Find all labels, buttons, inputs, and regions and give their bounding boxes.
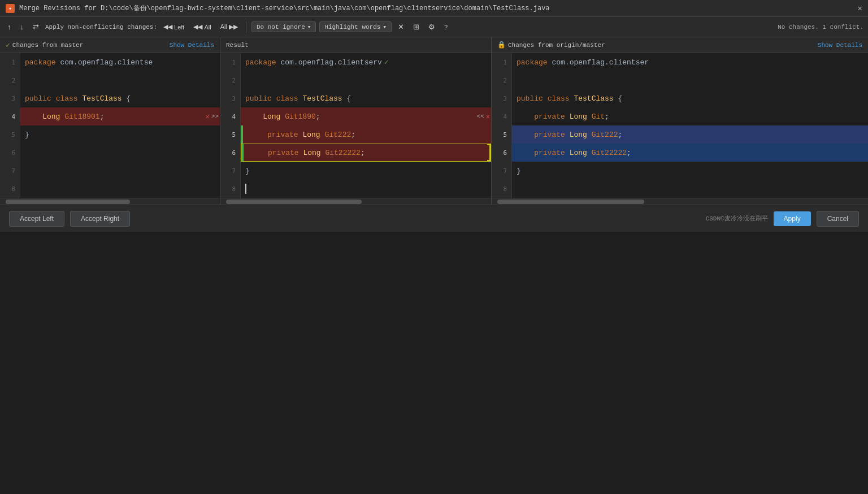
left-linenum-7: 7 [0,162,20,180]
left-code-line-8 [20,180,220,198]
right-linenum-7: 7 [492,162,511,180]
right-linenum-1: 1 [492,53,511,71]
mid-code-line-8 [241,180,491,198]
left-show-details[interactable]: Show Details [170,42,214,49]
reject-left-icon[interactable]: ✕ [206,112,210,121]
cancel-button[interactable]: Cancel [817,211,859,227]
right-code-line-3: public class TestClass { [512,89,868,107]
mid-linenum-2: 2 [220,71,240,89]
right-code-line-8 [512,180,868,198]
right-code-lines: package com.openflag.clientser public cl… [512,53,868,198]
apply-nonconflicting-label: Apply non-conflicting changes: [45,24,157,31]
right-code-line-1: package com.openflag.clientser [512,53,868,71]
left-linenum-4: 4 [0,107,20,125]
separator-1 [246,21,246,33]
left-panel: ✓ Changes from master Show Details 1 2 3… [0,37,220,205]
columns-button[interactable]: ⊞ [410,21,422,32]
left-linenum-6: 6 [0,144,20,162]
right-apply-button[interactable]: All ▶▶ [218,22,241,32]
close-button[interactable]: ✕ [858,3,862,13]
swap-button[interactable]: ⇄ [30,21,42,32]
right-linenum-3: 3 [492,89,511,107]
left-linenum-2: 2 [0,71,20,89]
left-scroll-thumb[interactable] [6,200,130,204]
app-icon: ✦ [6,4,15,13]
settings-button[interactable]: ⚙ [426,21,438,32]
mid-conflict-markers: << ✕ [477,107,490,125]
green-bar-5 [241,125,243,144]
chevron-down-icon: ▾ [307,23,311,31]
title-bar: ✦ Merge Revisions for D:\code\备份\openfla… [0,0,868,17]
right-scrollbar[interactable] [492,198,868,205]
left-branch-label: Changes from master [12,42,83,49]
green-bar-6 [241,144,244,161]
ignore-dropdown[interactable]: Do not ignore ▾ [251,21,316,32]
right-show-details[interactable]: Show Details [818,42,862,49]
left-scrollbar[interactable] [0,198,220,205]
accept-right-button[interactable]: Accept Right [70,211,130,227]
mid-linenum-8: 8 [220,180,240,198]
highlight-dropdown[interactable]: Highlight words ▾ [319,21,392,32]
middle-panel-header: Result [220,37,491,53]
down-arrow-button[interactable]: ↓ [18,21,27,32]
right-arrows-icon: All ▶▶ [220,23,238,31]
mid-check-icon: ✓ [384,58,389,67]
right-linenum-8: 8 [492,180,511,198]
right-panel: 🔒 Changes from origin/master Show Detail… [492,37,868,205]
lock-icon: 🔒 [497,41,506,49]
mid-linenum-4: 4 [220,107,240,125]
bottom-left: Accept Left Accept Right [9,211,130,227]
middle-scroll-thumb[interactable] [226,200,362,204]
mid-accept-right-icon[interactable]: << [477,113,484,120]
csdn-label: CSDN©麦冷冷没在刷平 [706,214,768,223]
right-line-numbers: 1 2 3 4 5 6 7 8 [492,53,512,198]
right-scroll-thumb[interactable] [497,200,644,204]
clear-button[interactable]: ✕ [395,21,407,32]
right-code-line-5: private Long Git222; [512,125,868,144]
mid-linenum-7: 7 [220,162,240,180]
right-code-area: 1 2 3 4 5 6 7 8 package com.openflag.cli… [492,53,868,198]
left-code-line-7 [20,162,220,180]
accept-left-button[interactable]: Accept Left [9,211,64,227]
accept-left-icon[interactable]: >> [211,113,219,120]
left-code-line-1: package com.openflag.clientse [20,53,220,71]
right-code-line-4: private Long Git; [512,107,868,125]
left-panel-header: ✓ Changes from master Show Details [0,37,220,53]
mid-reject-right-icon[interactable]: ✕ [486,112,490,121]
mid-linenum-1: 1 [220,53,240,71]
chevron-down-icon-2: ▾ [383,23,387,31]
bottom-bar: Accept Left Accept Right CSDN©麦冷冷没在刷平 Ap… [0,205,868,232]
middle-panel-label: Result [226,42,249,49]
left-apply-button[interactable]: ◀◀ Left [160,22,187,32]
middle-code-area: 1 2 3 4 5 6 7 8 package com.openflag.cli… [220,53,491,198]
left-linenum-8: 8 [0,180,20,198]
apply-button[interactable]: Apply [774,211,811,226]
left-panel-label: ✓ Changes from master [6,41,83,50]
title-bar-left: ✦ Merge Revisions for D:\code\备份\openfla… [6,3,550,13]
yellow-bracket [487,144,491,161]
status-label: No changes. 1 conflict. [778,24,863,31]
mid-linenum-3: 3 [220,89,240,107]
left-code-line-2 [20,71,220,89]
up-arrow-button[interactable]: ↑ [5,21,14,32]
left-code-line-4: Long Git18901; ✕ >> [20,107,220,125]
left-line-numbers: 1 2 3 4 5 6 7 8 [0,53,20,198]
right-code-line-6: private Long Git22222; [512,144,868,162]
panels-container: ✓ Changes from master Show Details 1 2 3… [0,37,868,205]
right-linenum-4: 4 [492,107,511,125]
all-arrows-icon: ◀◀ [193,23,202,31]
middle-scrollbar[interactable] [220,198,491,205]
right-code-line-7: } [512,162,868,180]
help-button[interactable]: ? [441,23,450,32]
right-linenum-6: 6 [492,144,511,162]
middle-line-numbers: 1 2 3 4 5 6 7 8 [220,53,241,198]
mid-code-line-1: package com.openflag.clientserv ✓ [241,53,491,71]
right-panel-header: 🔒 Changes from origin/master Show Detail… [492,37,868,53]
left-arrows-icon: ◀◀ [163,23,172,31]
left-code-line-6 [20,144,220,162]
right-linenum-5: 5 [492,125,511,144]
toolbar: ↑ ↓ ⇄ Apply non-conflicting changes: ◀◀ … [0,17,868,37]
left-linenum-3: 3 [0,89,20,107]
mid-linenum-5: 5 [220,125,240,144]
all-apply-button[interactable]: ◀◀ All [190,22,214,32]
